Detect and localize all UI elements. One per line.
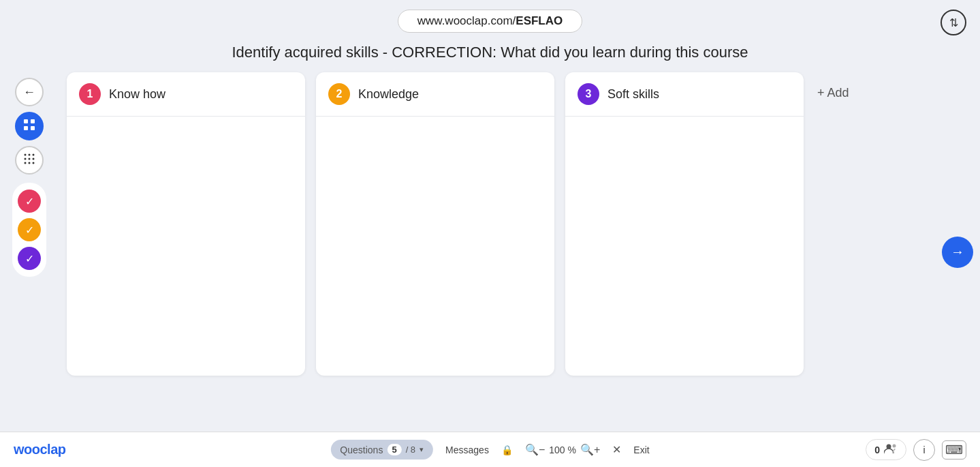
svg-rect-1 — [31, 119, 35, 123]
back-button[interactable]: ← — [15, 78, 44, 106]
column-3-number: 3 — [586, 88, 592, 100]
check-orange-button[interactable]: ✓ — [18, 218, 41, 241]
column-2-header: 2 Knowledge — [316, 72, 554, 117]
svg-point-5 — [29, 153, 31, 155]
svg-rect-3 — [31, 126, 35, 130]
participants-button[interactable]: 0 — [866, 439, 906, 460]
svg-point-8 — [29, 157, 31, 160]
bottom-bar: wooclap Questions 5 / 8 ▾ Messages 🔒 🔍− … — [0, 432, 980, 467]
url-bar: www.wooclap.com/ESFLAO ⇅ — [0, 0, 980, 38]
column-1-badge: 1 — [79, 83, 101, 105]
page-title: Identify acquired skills - CORRECTION: W… — [0, 38, 980, 72]
chevron-down-icon: ▾ — [420, 445, 424, 454]
svg-point-12 — [33, 162, 35, 164]
svg-point-10 — [25, 162, 27, 164]
svg-point-4 — [25, 153, 27, 155]
check-red-button[interactable]: ✓ — [18, 190, 41, 213]
check-purple-icon: ✓ — [25, 252, 34, 265]
zoom-out-button[interactable]: 🔍− — [525, 443, 545, 456]
column-1: 1 Know how — [67, 72, 305, 376]
add-column-button[interactable]: + Add — [809, 75, 857, 111]
questions-total: / 8 — [406, 445, 415, 455]
column-1-title: Know how — [109, 87, 165, 102]
svg-rect-2 — [24, 126, 28, 130]
sort-icon: ⇅ — [949, 16, 958, 29]
dots-grid-icon — [23, 153, 35, 168]
zoom-area: 🔍− 100 % 🔍+ — [525, 443, 600, 456]
questions-button[interactable]: Questions 5 / 8 ▾ — [330, 440, 433, 460]
url-code: ESFLAO — [516, 14, 563, 27]
lock-icon: 🔒 — [501, 445, 513, 455]
check-orange-icon: ✓ — [25, 224, 34, 237]
url-pill: www.wooclap.com/ESFLAO — [398, 10, 583, 33]
grid-button[interactable] — [15, 112, 44, 140]
exit-button[interactable]: Exit — [633, 445, 649, 455]
url-base: www.wooclap.com/ — [417, 14, 516, 27]
column-1-header: 1 Know how — [67, 72, 305, 117]
back-icon: ← — [23, 85, 35, 100]
questions-label: Questions — [340, 445, 383, 455]
column-3-body — [565, 117, 804, 376]
column-3-title: Soft skills — [607, 87, 659, 102]
exit-label: Exit — [633, 445, 649, 455]
column-2-number: 2 — [336, 88, 343, 100]
participants-icon — [884, 443, 898, 456]
keyboard-icon: ⌨ — [945, 442, 963, 457]
check-red-icon: ✓ — [25, 195, 34, 208]
svg-point-7 — [25, 157, 27, 160]
participants-count: 0 — [874, 445, 880, 455]
info-button-bottom[interactable]: i — [913, 439, 935, 461]
column-3-badge: 3 — [578, 83, 599, 105]
column-1-number: 1 — [87, 88, 93, 100]
column-2-body — [316, 117, 554, 376]
info-label: i — [923, 445, 925, 455]
column-2-title: Knowledge — [358, 87, 419, 102]
svg-point-14 — [893, 445, 896, 448]
questions-current: 5 — [387, 444, 401, 455]
zoom-in-icon: 🔍+ — [580, 444, 600, 455]
sidebar-check-group: ✓ ✓ ✓ — [12, 183, 46, 277]
main-area: ← — [0, 72, 980, 432]
columns-wrapper: 1 Know how 2 Knowledge 3 Soft skills — [61, 72, 919, 376]
check-purple-button[interactable]: ✓ — [18, 247, 41, 270]
zoom-out-icon: 🔍− — [525, 444, 545, 455]
column-3: 3 Soft skills — [565, 72, 804, 376]
column-2: 2 Knowledge — [316, 72, 554, 376]
svg-rect-0 — [24, 119, 28, 123]
grid-icon — [23, 119, 35, 134]
expand-icon[interactable]: ✕ — [612, 443, 621, 456]
next-button[interactable]: → — [942, 237, 973, 268]
svg-point-9 — [33, 157, 35, 160]
column-3-header: 3 Soft skills — [565, 72, 804, 117]
svg-point-11 — [29, 162, 31, 164]
messages-button[interactable]: Messages — [445, 445, 489, 455]
bottom-right-controls: 0 i ⌨ — [866, 439, 966, 461]
next-icon: → — [951, 244, 964, 260]
zoom-value: 100 % — [549, 445, 576, 455]
dots-grid-button[interactable] — [15, 146, 44, 175]
add-column-label: + Add — [817, 86, 849, 100]
info-button-top[interactable]: ⇅ — [941, 10, 966, 35]
bottom-center-controls: Questions 5 / 8 ▾ Messages 🔒 🔍− 100 % 🔍+… — [330, 440, 649, 460]
svg-point-6 — [33, 153, 35, 155]
keyboard-button[interactable]: ⌨ — [942, 440, 966, 460]
wooclap-logo: wooclap — [14, 442, 66, 457]
zoom-in-button[interactable]: 🔍+ — [580, 443, 600, 456]
messages-label: Messages — [445, 445, 489, 455]
left-sidebar: ← — [7, 72, 52, 282]
column-2-badge: 2 — [328, 83, 350, 105]
column-1-body — [67, 117, 305, 376]
